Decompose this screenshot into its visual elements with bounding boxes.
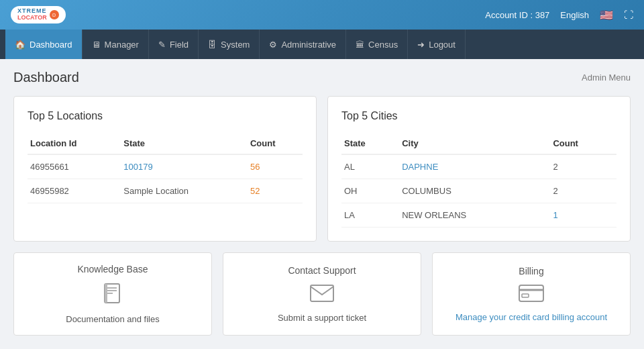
nav-item-dashboard[interactable]: 🏠 Dashboard xyxy=(5,30,83,59)
svg-rect-5 xyxy=(311,285,333,301)
location-id-2: 46955982 xyxy=(28,179,121,203)
bottom-cards-row: Knowledge Base Documentation and files C… xyxy=(13,252,631,336)
census-icon: 🏛 xyxy=(356,40,364,50)
logo-bottom: LOCATOR xyxy=(17,15,47,21)
field-icon: ✎ xyxy=(158,40,166,50)
manager-icon: 🖥 xyxy=(92,40,101,50)
book-icon xyxy=(101,281,125,307)
table-row: AL DAPHNE 2 xyxy=(341,154,616,179)
location-count-2: 52 xyxy=(248,179,303,203)
logo: XTREME LOCATOR ⊙ xyxy=(11,6,66,23)
nav-item-logout[interactable]: ➜ Logout xyxy=(408,30,466,59)
city-count-2: 2 xyxy=(550,179,616,203)
fullscreen-icon[interactable]: ⛶ xyxy=(624,9,633,20)
header-right: Account ID : 387 English 🇺🇸 ⛶ xyxy=(485,9,633,21)
knowledge-base-title: Knowledge Base xyxy=(77,264,148,275)
logout-icon: ➜ xyxy=(417,40,425,50)
account-id-label: Account ID : 387 xyxy=(485,10,549,20)
nav-label-census: Census xyxy=(368,40,398,50)
nav-label-system: System xyxy=(221,40,250,50)
cities-col-city: City xyxy=(399,133,550,154)
svg-rect-4 xyxy=(105,284,107,303)
page-title: Dashboard xyxy=(13,70,79,85)
logo-container: XTREME LOCATOR ⊙ xyxy=(11,6,66,23)
top5-locations-card: Top 5 Locations Location Id State Count … xyxy=(13,96,317,242)
city-name-2: COLUMBUS xyxy=(399,179,550,203)
language-label: English xyxy=(560,10,589,20)
nav-item-manager[interactable]: 🖥 Manager xyxy=(83,30,149,59)
locations-col-count: Count xyxy=(248,133,303,154)
flag-icon: 🇺🇸 xyxy=(600,9,613,21)
knowledge-base-card: Knowledge Base Documentation and files xyxy=(13,252,212,336)
top-cards-row: Top 5 Locations Location Id State Count … xyxy=(13,96,631,242)
home-icon: 🏠 xyxy=(15,40,25,50)
table-row: 46955661 100179 56 xyxy=(28,154,303,179)
locations-col-state: State xyxy=(121,133,248,154)
city-state-1: AL xyxy=(341,154,399,179)
cities-col-state: State xyxy=(341,133,399,154)
nav-item-census[interactable]: 🏛 Census xyxy=(346,30,408,59)
contact-support-title: Contact Support xyxy=(288,265,356,276)
svg-rect-8 xyxy=(522,294,529,297)
nav-label-administrative: Administrative xyxy=(281,40,336,50)
location-id-1: 46955661 xyxy=(28,154,121,179)
envelope-icon xyxy=(309,283,335,306)
main-content: Dashboard Admin Menu Top 5 Locations Loc… xyxy=(0,59,644,346)
nav-item-administrative[interactable]: ⚙ Administrative xyxy=(260,30,346,59)
table-row: 46955982 Sample Location 52 xyxy=(28,179,303,203)
system-icon: 🗄 xyxy=(208,40,217,50)
top5-locations-table: Location Id State Count 46955661 100179 … xyxy=(28,133,303,203)
svg-rect-6 xyxy=(519,285,543,301)
knowledge-base-description: Documentation and files xyxy=(66,314,159,324)
nav-item-field[interactable]: ✎ Field xyxy=(149,30,199,59)
nav-item-system[interactable]: 🗄 System xyxy=(199,30,260,59)
nav-label-logout: Logout xyxy=(429,40,455,50)
top5-cities-card: Top 5 Cities State City Count AL DAPHNE … xyxy=(327,96,631,242)
logo-target-icon: ⊙ xyxy=(50,10,59,19)
main-nav: 🏠 Dashboard 🖥 Manager ✎ Field 🗄 System ⚙… xyxy=(0,30,644,59)
nav-label-dashboard: Dashboard xyxy=(30,40,72,50)
billing-card: Billing Manage your credit card billing … xyxy=(432,252,631,336)
header: XTREME LOCATOR ⊙ Account ID : 387 Englis… xyxy=(0,0,644,30)
table-row: LA NEW ORLEANS 1 xyxy=(341,203,616,228)
contact-support-card: Contact Support Submit a support ticket xyxy=(223,252,421,336)
top5-cities-title: Top 5 Cities xyxy=(341,110,616,122)
page-header: Dashboard Admin Menu xyxy=(13,70,631,85)
locations-col-id: Location Id xyxy=(28,133,121,154)
location-count-1: 56 xyxy=(248,154,303,179)
table-row: OH COLUMBUS 2 xyxy=(341,179,616,203)
top5-cities-table: State City Count AL DAPHNE 2 OH COLUMBUS… xyxy=(341,133,616,228)
city-count-3: 1 xyxy=(550,203,616,228)
cities-col-count: Count xyxy=(550,133,616,154)
city-name-1: DAPHNE xyxy=(399,154,550,179)
top5-locations-title: Top 5 Locations xyxy=(28,110,303,122)
contact-support-description: Submit a support ticket xyxy=(278,313,366,323)
administrative-icon: ⚙ xyxy=(269,40,277,50)
city-count-1: 2 xyxy=(550,154,616,179)
nav-label-manager: Manager xyxy=(105,40,139,50)
admin-menu-link[interactable]: Admin Menu xyxy=(582,72,631,83)
city-state-2: OH xyxy=(341,179,399,203)
city-name-3: NEW ORLEANS xyxy=(399,203,550,228)
nav-label-field: Field xyxy=(170,40,189,50)
credit-card-icon xyxy=(518,283,545,305)
location-state-1: 100179 xyxy=(121,154,248,179)
location-state-2: Sample Location xyxy=(121,179,248,203)
billing-link[interactable]: Manage your credit card billing account xyxy=(455,312,607,322)
billing-title: Billing xyxy=(519,266,543,277)
city-state-3: LA xyxy=(341,203,399,228)
